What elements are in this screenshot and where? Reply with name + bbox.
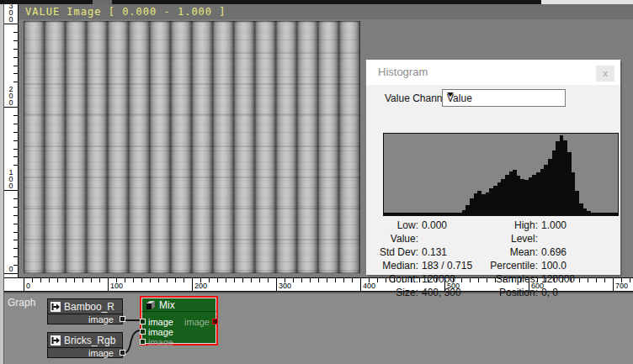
- ruler-label: 200: [194, 282, 207, 290]
- mix-io-row: image image: [141, 317, 216, 327]
- ruler-tick: [150, 278, 151, 282]
- stat-row: Level:: [482, 232, 619, 245]
- ruler-tick: [4, 107, 18, 108]
- histogram-panel-title: Histogram: [378, 66, 428, 78]
- stat-value: 0.131: [422, 245, 447, 259]
- ruler-label: 200: [4, 86, 18, 106]
- ruler-tick: [343, 278, 344, 282]
- node-title: Mix: [159, 299, 175, 311]
- node-bamboo-r[interactable]: Bamboo_R image: [47, 298, 123, 324]
- histogram-panel-titlebar[interactable]: Histogram x: [366, 60, 620, 85]
- histogram-bar: [587, 211, 591, 213]
- ruler-tick: [66, 278, 66, 282]
- ruler-tick: [91, 278, 92, 282]
- close-button[interactable]: x: [596, 66, 614, 82]
- stat-label: Samples:: [482, 272, 538, 286]
- histogram-bars: [384, 134, 618, 215]
- stat-label: Level:: [482, 232, 538, 245]
- input-port[interactable]: [140, 339, 146, 345]
- ruler-tick: [268, 278, 269, 282]
- ruler-tick: [82, 278, 83, 282]
- output-port[interactable]: [120, 316, 125, 322]
- stat-label: Mean:: [482, 245, 538, 259]
- stat-value: 120000: [541, 272, 575, 286]
- output-port[interactable]: [120, 350, 125, 356]
- ruler-tick: [4, 24, 18, 24]
- ruler-tick: [259, 278, 260, 282]
- ruler-tick: [234, 278, 235, 282]
- ruler-tick: [13, 215, 18, 216]
- ruler-tick: [184, 278, 184, 282]
- ruler-tick: [310, 278, 311, 282]
- stat-label: Percentile:: [482, 259, 538, 272]
- ruler-tick: [13, 132, 18, 133]
- ruler-tick: [24, 278, 24, 291]
- ruler-tick: [352, 278, 353, 282]
- output-port-label: image: [184, 317, 210, 327]
- stat-label: Value:: [370, 232, 418, 245]
- ruler-tick: [13, 198, 18, 199]
- node-titlebar: Bamboo_R: [48, 299, 122, 314]
- viewer-title: VALUE Image [ 0.000 - 1.000 ]: [25, 6, 226, 18]
- wire-bricks-to-mix: [123, 330, 141, 353]
- source-node-icon: [51, 302, 61, 312]
- node-titlebar: Bricks_Rgb: [48, 333, 122, 347]
- node-title: Bamboo_R: [64, 301, 114, 313]
- ruler-tick: [13, 140, 18, 141]
- ruler-tick: [301, 278, 302, 282]
- input-port[interactable]: [140, 319, 146, 324]
- close-icon: x: [603, 68, 608, 78]
- ruler-label: 300: [279, 282, 291, 290]
- ruler-tick: [99, 278, 100, 282]
- ruler-tick: [175, 278, 176, 282]
- ruler-tick: [4, 190, 18, 191]
- output-port[interactable]: [212, 319, 218, 324]
- mix-node-cube-icon: [146, 300, 156, 310]
- ruler-tick: [13, 156, 18, 157]
- ruler-tick: [13, 256, 18, 257]
- ruler-tick: [13, 224, 18, 224]
- ruler-label: 300: [4, 4, 18, 23]
- ruler-tick: [49, 278, 50, 282]
- ruler-tick: [13, 124, 18, 124]
- ruler-tick: [167, 278, 168, 282]
- top-edge-segment: [93, 0, 112, 4]
- graph-panel: Graph Bamboo_R image Bricks_Rgb image: [0, 292, 633, 364]
- window-left-edge: [0, 0, 4, 364]
- stat-label: Median:: [370, 259, 418, 272]
- chevron-down-icon: [447, 92, 454, 97]
- bamboo-texture-image[interactable]: [24, 21, 360, 273]
- stat-row: Samples:120000: [482, 272, 619, 286]
- input-port-label: image: [148, 317, 173, 327]
- stat-row: Value:: [370, 232, 497, 245]
- stat-row: Std Dev:0.131: [370, 245, 497, 259]
- stat-value: 0.696: [541, 245, 567, 259]
- stat-label: Std Dev:: [370, 245, 418, 259]
- node-bricks-rgb[interactable]: Bricks_Rgb image: [47, 332, 123, 358]
- ruler-tick: [293, 278, 294, 282]
- stat-label: Position:: [482, 286, 538, 299]
- value-channel-dropdown[interactable]: Value: [442, 89, 566, 107]
- ruler-label: 100: [4, 169, 18, 189]
- ruler-label: 0: [4, 266, 18, 272]
- ruler-label: 0: [26, 282, 30, 290]
- ruler-tick: [13, 82, 18, 82]
- stat-value: 183 / 0.715: [422, 259, 472, 272]
- window-top-edge: [0, 0, 633, 4]
- ruler-tick: [158, 278, 159, 282]
- ruler-tick: [4, 273, 18, 274]
- mix-io-row: image: [141, 327, 216, 337]
- node-mix-selected[interactable]: Mix image image image image: [140, 296, 218, 346]
- input-port[interactable]: [140, 329, 146, 335]
- stat-value: 0.000: [422, 219, 447, 232]
- ruler-tick: [13, 57, 18, 58]
- ruler-vertical: 3002001000: [4, 4, 19, 277]
- ruler-tick: [251, 278, 252, 282]
- histogram-panel-body: Value Channel: Value Low:0.000Value:Std …: [366, 85, 620, 275]
- ruler-tick: [360, 278, 361, 291]
- ruler-tick: [40, 278, 41, 282]
- ruler-label: 100: [110, 282, 123, 290]
- ruler-tick: [57, 278, 58, 282]
- viewer-titlebar: VALUE Image [ 0.000 - 1.000 ]: [19, 4, 633, 19]
- stat-label: Size:: [370, 286, 418, 299]
